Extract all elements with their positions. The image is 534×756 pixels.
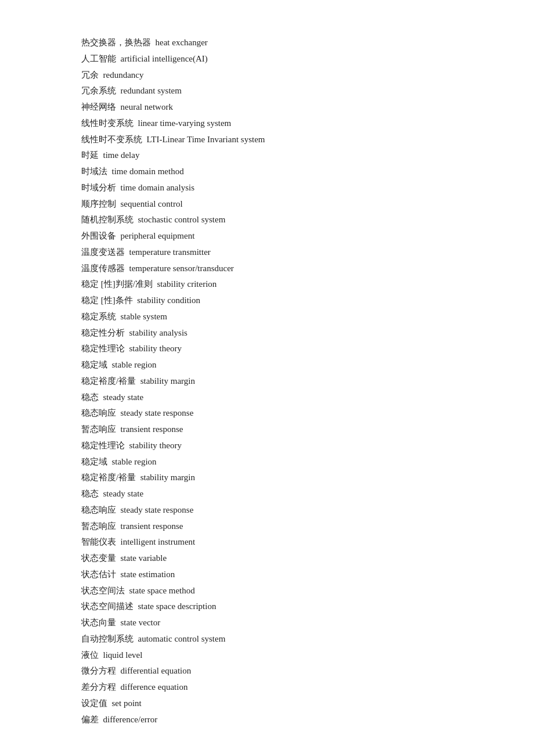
list-item: 稳态响应 steady state response [81,502,453,519]
list-item: 稳定性理论 stability theory [81,438,453,454]
list-item: 时延 time delay [81,147,453,164]
list-item: 稳定裕度/裕量 stability margin [81,373,453,390]
list-item: 稳定性分析 stability analysis [81,325,453,341]
list-item: 偏差 difference/error [81,712,453,728]
list-item: 状态空间描述 state space description [81,599,453,615]
list-item: 智能仪表 intelligent instrument [81,534,453,550]
list-item: 稳态响应 steady state response [81,405,453,422]
list-item: 稳定性理论 stability theory [81,341,453,357]
list-item: 稳定域 stable region [81,454,453,470]
list-item: 稳态 steady state [81,390,453,406]
list-item: 时域法 time domain method [81,164,453,180]
list-item: 状态空间法 state space method [81,583,453,599]
list-item: 冗余系统 redundant system [81,83,453,99]
list-item: 稳定 [性]判据/准则 stability criterion [81,276,453,293]
list-item: 稳定域 stable region [81,357,453,373]
list-item: 神经网络 neural network [81,99,453,116]
terms-list: 热交换器，换热器 heat exchanger人工智能 artificial i… [81,35,453,728]
list-item: 稳态 steady state [81,486,453,502]
list-item: 温度传感器 temperature sensor/transducer [81,261,453,277]
list-item: 随机控制系统 stochastic control system [81,212,453,228]
list-item: 暂态响应 transient response [81,422,453,438]
list-item: 状态向量 state vector [81,615,453,631]
list-item: 冗余 redundancy [81,67,453,84]
list-item: 差分方程 difference equation [81,679,453,696]
list-item: 自动控制系统 automatic control system [81,631,453,647]
list-item: 状态估计 state estimation [81,567,453,583]
list-item: 顺序控制 sequential control [81,196,453,213]
main-content: 热交换器，换热器 heat exchanger人工智能 artificial i… [0,0,534,756]
list-item: 微分方程 differential equation [81,663,453,679]
list-item: 外围设备 peripheral equipment [81,228,453,244]
list-item: 设定值 set point [81,696,453,712]
list-item: 时域分析 time domain analysis [81,180,453,196]
list-item: 线性时变系统 linear time-varying system [81,116,453,132]
list-item: 温度变送器 temperature transmitter [81,244,453,261]
list-item: 稳定系统 stable system [81,309,453,325]
list-item: 暂态响应 transient response [81,519,453,535]
list-item: 热交换器，换热器 heat exchanger [81,35,453,51]
list-item: 线性时不变系统 LTI-Linear Time Invariant system [81,132,453,148]
list-item: 液位 liquid level [81,647,453,664]
list-item: 稳定裕度/裕量 stability margin [81,470,453,486]
list-item: 稳定 [性]条件 stability condition [81,293,453,309]
list-item: 状态变量 state variable [81,550,453,567]
list-item: 人工智能 artificial intelligence(AI) [81,51,453,67]
